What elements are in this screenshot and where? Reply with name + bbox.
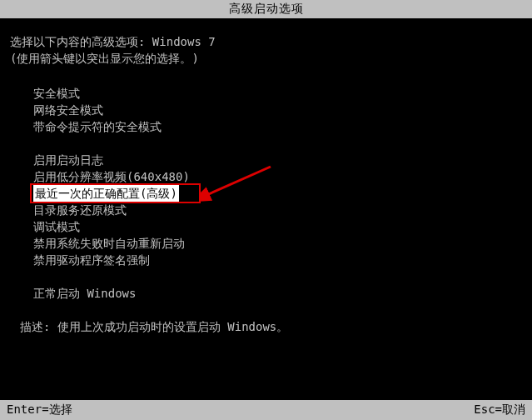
footer-esc-hint: Esc=取消 [474,402,525,418]
intro-line-2: (使用箭头键以突出显示您的选择。) [10,50,522,67]
intro-block: 选择以下内容的高级选项: Windows 7 (使用箭头键以突出显示您的选择。) [10,33,522,67]
content-area: 选择以下内容的高级选项: Windows 7 (使用箭头键以突出显示您的选择。)… [0,18,532,335]
menu-item-debug-mode[interactable]: 调试模式 [33,218,522,235]
menu-item-start-normally[interactable]: 正常启动 Windows [33,285,522,302]
menu-item-low-res-video[interactable]: 启用低分辨率视频(640x480) [33,168,522,185]
footer-enter-hint: Enter=选择 [7,402,72,418]
menu-item-disable-auto-restart[interactable]: 禁用系统失败时自动重新启动 [33,235,522,252]
boot-menu: 安全模式 网络安全模式 带命令提示符的安全模式 启用启动日志 启用低分辨率视频(… [10,85,522,302]
title-text: 高级启动选项 [229,2,304,15]
menu-item-last-known-good[interactable]: 最近一次的正确配置(高级) [10,185,522,202]
menu-item-safe-mode-command[interactable]: 带命令提示符的安全模式 [33,118,522,135]
selected-highlight: 最近一次的正确配置(高级) [33,185,179,202]
menu-item-disable-driver-sig[interactable]: 禁用驱动程序签名强制 [33,252,522,268]
title-bar: 高级启动选项 [0,0,532,18]
description-line: 描述: 使用上次成功启动时的设置启动 Windows。 [20,320,522,335]
spacer [33,135,522,152]
menu-item-boot-logging[interactable]: 启用启动日志 [33,152,522,168]
menu-item-safe-mode-networking[interactable]: 网络安全模式 [33,102,522,118]
spacer [33,268,522,285]
menu-item-directory-restore[interactable]: 目录服务还原模式 [33,202,522,218]
menu-item-safe-mode[interactable]: 安全模式 [33,85,522,102]
footer-bar: Enter=选择 Esc=取消 [0,400,532,420]
intro-line-1: 选择以下内容的高级选项: Windows 7 [10,33,522,50]
